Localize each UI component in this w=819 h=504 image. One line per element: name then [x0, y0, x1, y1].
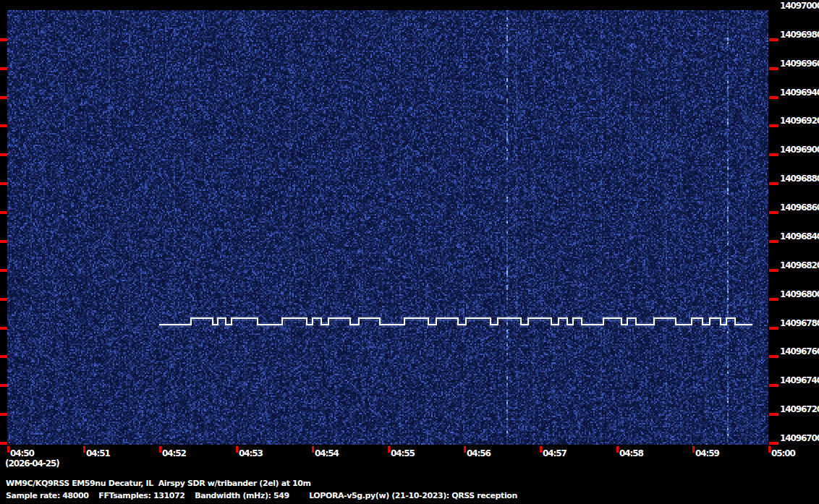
left-tick-mark [0, 182, 7, 185]
freq-tick-label: 14096760 [780, 346, 819, 356]
time-tick-label: 04:50 [10, 448, 34, 458]
left-tick-mark [0, 38, 7, 41]
freq-tick-label: 14096900 [780, 145, 819, 155]
time-tick-mark [768, 446, 771, 453]
freq-tick-mark [769, 124, 778, 127]
freq-tick-label: 14096840 [780, 231, 819, 242]
time-tick-mark [692, 446, 695, 453]
left-tick-mark [0, 67, 7, 70]
freq-tick-label: 14096720 [780, 404, 819, 414]
freq-tick-mark [769, 211, 778, 214]
freq-tick-label: 14096980 [780, 30, 819, 40]
time-tick-label: 04:55 [391, 448, 415, 458]
freq-tick-label: 14096880 [780, 174, 819, 184]
time-tick-label: 04:53 [239, 448, 263, 458]
freq-tick-label: 14096860 [780, 202, 819, 213]
station-info-line: WM9C/KQ9RSS EM59nu Decatur, IL Airspy SD… [6, 479, 311, 488]
time-tick-label: 04:59 [695, 448, 719, 458]
freq-tick-label: 14096920 [780, 116, 819, 126]
freq-tick-mark [769, 327, 778, 330]
freq-tick-mark [769, 269, 778, 272]
freq-tick-label: 14096700 [780, 433, 819, 443]
freq-tick-mark [769, 240, 778, 243]
time-tick-label: 04:56 [467, 448, 491, 458]
time-tick-mark [540, 446, 542, 453]
left-tick-mark [0, 96, 7, 99]
time-tick-label: 04:57 [543, 448, 566, 458]
time-tick-label: 04:58 [619, 448, 643, 458]
time-tick-mark [83, 446, 85, 453]
freq-tick-mark [769, 298, 778, 301]
time-tick-label: 04:52 [162, 448, 186, 458]
time-tick-label: 05:00 [771, 448, 795, 458]
time-tick-mark [312, 446, 314, 453]
left-tick-mark [0, 211, 7, 214]
left-tick-mark [0, 442, 7, 445]
left-tick-mark [0, 355, 7, 358]
left-tick-mark [0, 240, 7, 243]
freq-tick-mark [769, 67, 778, 70]
time-tick-label: 04:51 [86, 448, 110, 458]
qrss-grabber-screen: 1409700014096980140969601409694014096920… [0, 0, 819, 504]
left-tick-mark [0, 384, 7, 387]
freq-tick-label: 14096780 [780, 318, 819, 328]
waterfall-spectrogram [7, 10, 768, 445]
freq-tick-mark [769, 355, 778, 358]
left-tick-mark [0, 124, 7, 127]
freq-tick-label: 14096940 [780, 87, 819, 98]
freq-tick-mark [769, 182, 778, 185]
date-label: (2026-04-25) [5, 458, 59, 469]
time-tick-mark [7, 446, 9, 453]
time-tick-label: 04:54 [315, 448, 339, 458]
left-tick-mark [0, 298, 7, 301]
left-tick-mark [0, 269, 7, 272]
left-tick-mark [0, 327, 7, 330]
left-tick-mark [0, 413, 7, 416]
freq-tick-mark [769, 96, 778, 99]
freq-tick-mark [769, 384, 778, 387]
freq-tick-mark [769, 413, 778, 416]
time-tick-mark [236, 446, 238, 453]
time-tick-mark [616, 446, 619, 453]
freq-tick-mark [769, 38, 778, 41]
freq-tick-mark [769, 153, 778, 156]
freq-tick-mark [769, 442, 778, 445]
time-tick-mark [159, 446, 161, 453]
freq-tick-label: 14096800 [780, 289, 819, 299]
freq-tick-label: 14097000 [780, 1, 819, 11]
time-tick-mark [388, 446, 390, 453]
freq-tick-label: 14096740 [780, 375, 819, 385]
left-tick-mark [0, 153, 7, 156]
receiver-settings-line: Sample rate: 48000 FFTsamples: 131072 Ba… [6, 491, 517, 500]
time-tick-mark [464, 446, 466, 453]
freq-tick-label: 14096960 [780, 59, 819, 69]
freq-tick-label: 14096820 [780, 260, 819, 270]
